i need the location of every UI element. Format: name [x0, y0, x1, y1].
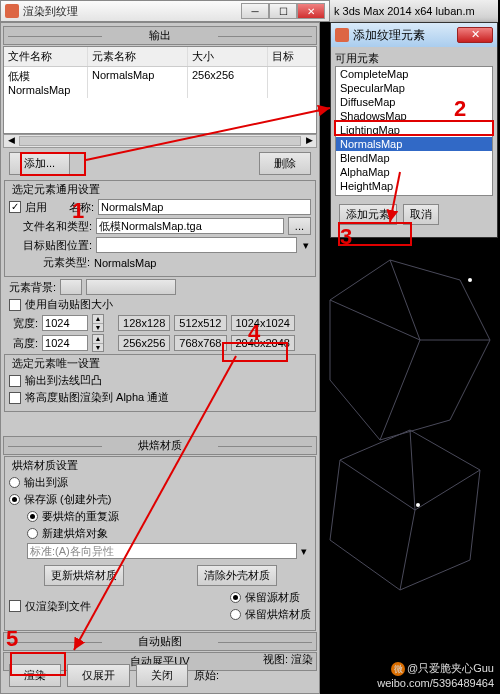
clear-button[interactable]: 清除外壳材质 [197, 565, 277, 586]
create-radio[interactable] [27, 528, 38, 539]
out-src-radio[interactable] [9, 477, 20, 488]
col-element[interactable]: 元素名称 [88, 47, 188, 66]
name-field[interactable] [98, 199, 311, 215]
slot-field[interactable] [96, 237, 297, 253]
dialog-icon [335, 28, 349, 42]
bake-group-label: 烘焙材质设置 [9, 458, 81, 473]
material-dropdown[interactable] [27, 543, 297, 559]
dialog-titlebar[interactable]: 添加纹理元素 ✕ [331, 23, 497, 47]
list-item[interactable]: SpecularMap [336, 81, 492, 95]
output-list[interactable]: 文件名称 元素名称 大小 目标 低模NormalsMap NormalsMap … [3, 46, 317, 134]
list-item[interactable]: ShadowsMap [336, 109, 492, 123]
view-label: 视图: [263, 653, 288, 665]
maximize-button[interactable]: ☐ [269, 3, 297, 19]
file-browse-button[interactable]: ... [288, 217, 311, 235]
normal-bump-checkbox[interactable] [9, 375, 21, 387]
scroll-left-icon[interactable]: ◀ [4, 135, 18, 147]
dropdown-icon[interactable]: ▾ [301, 545, 311, 558]
height-alpha-checkbox[interactable] [9, 392, 21, 404]
height-spinner[interactable]: ▲▼ [92, 334, 104, 352]
list-item[interactable]: HeightMap [336, 179, 492, 193]
section-output[interactable]: 输出 [3, 26, 317, 45]
size-128[interactable]: 128x128 [118, 315, 170, 331]
enable-checkbox[interactable] [9, 201, 21, 213]
bg-map-button[interactable] [86, 279, 176, 295]
add-button[interactable]: 添加... [9, 152, 70, 175]
app-icon [5, 4, 19, 18]
col-size[interactable]: 大小 [188, 47, 268, 66]
list-item[interactable]: AlphaMap [336, 165, 492, 179]
selected-common-group: 选定元素通用设置 启用 名称: 文件名和类型: ... 目标贴图位置: ▾ 元素… [4, 180, 316, 277]
list-item[interactable]: DiffuseMap [336, 95, 492, 109]
render-button[interactable]: 渲染 [9, 664, 61, 687]
close-button-footer[interactable]: 关闭 [136, 664, 188, 687]
width-spinner[interactable]: ▲▼ [92, 314, 104, 332]
etype-label: 元素类型: [43, 255, 90, 270]
window-title: 渲染到纹理 [23, 4, 241, 19]
section-bake[interactable]: 烘焙材质 [3, 436, 317, 455]
size-1024[interactable]: 1024x1024 [231, 315, 295, 331]
list-scrollbar[interactable]: ◀ ▶ [3, 134, 317, 148]
out-src-label: 输出到源 [24, 475, 68, 490]
group-label: 选定元素通用设置 [9, 182, 103, 197]
keep-bake-radio[interactable] [230, 609, 241, 620]
orig-label: 原始: [194, 668, 219, 683]
list-item[interactable]: NormalsMap [336, 137, 492, 151]
list-item[interactable]: LightingMap [336, 123, 492, 137]
scroll-right-icon[interactable]: ▶ [302, 135, 316, 147]
size-256[interactable]: 256x256 [118, 335, 170, 351]
header-title: k 3ds Max 2014 x64 luban.m [334, 5, 475, 17]
dialog-title: 添加纹理元素 [353, 27, 457, 44]
minimize-button[interactable]: ─ [241, 3, 269, 19]
size-512[interactable]: 512x512 [174, 315, 226, 331]
list-header: 文件名称 元素名称 大小 目标 [4, 47, 316, 67]
name-label: 名称: [69, 200, 94, 215]
create-label: 新建烘焙对象 [42, 526, 108, 541]
scroll-thumb[interactable] [19, 136, 301, 146]
col-target[interactable]: 目标 [268, 47, 316, 66]
width-field[interactable]: 1024 [42, 315, 88, 331]
add-texture-dialog: 添加纹理元素 ✕ 可用元素 CompleteMapSpecularMapDiff… [330, 22, 498, 238]
expand-button[interactable]: 仅展开 [67, 664, 130, 687]
enable-label: 启用 [25, 200, 47, 215]
bg-color-button[interactable] [60, 279, 82, 295]
view-row: 视图: 渲染 [263, 652, 313, 667]
watermark: 微@只爱脆夹心Guu weibo.com/5396489464 [377, 661, 494, 690]
file-label: 文件名和类型: [23, 219, 92, 234]
file-field[interactable] [96, 218, 284, 234]
close-button[interactable]: ✕ [297, 3, 325, 19]
section-automap[interactable]: 自动贴图 [3, 632, 317, 651]
unique-label: 选定元素唯一设置 [9, 356, 103, 371]
col-filename[interactable]: 文件名称 [4, 47, 88, 66]
dup-radio[interactable] [27, 511, 38, 522]
list-row[interactable]: 低模NormalsMap NormalsMap 256x256 [4, 67, 316, 98]
renderonly-label: 仅渲染到文件 [25, 599, 91, 614]
keep-src-radio[interactable] [230, 592, 241, 603]
size-2048[interactable]: 2048x2048 [231, 335, 295, 351]
dialog-close-button[interactable]: ✕ [457, 27, 493, 43]
normal-bump-label: 输出到法线凹凸 [25, 373, 102, 388]
list-item[interactable]: CompleteMap [336, 67, 492, 81]
save-src-radio[interactable] [9, 494, 20, 505]
dropdown-icon[interactable]: ▾ [301, 239, 311, 252]
delete-button[interactable]: 删除 [259, 152, 311, 175]
renderonly-checkbox[interactable] [9, 600, 21, 612]
add-element-button[interactable]: 添加元素 [339, 204, 397, 225]
height-label: 高度: [13, 336, 38, 351]
selected-unique-group: 选定元素唯一设置 输出到法线凹凸 将高度贴图渲染到 Alpha 通道 [4, 354, 316, 412]
height-field[interactable]: 1024 [42, 335, 88, 351]
list-item[interactable]: BlendMap [336, 151, 492, 165]
autosize-label: 使用自动贴图大小 [25, 297, 113, 312]
refresh-button[interactable]: 更新烘焙材质 [44, 565, 124, 586]
cancel-button[interactable]: 取消 [403, 204, 439, 225]
size-768[interactable]: 768x768 [174, 335, 226, 351]
view-value: 渲染 [291, 653, 313, 665]
dup-label: 要烘焙的重复源 [42, 509, 119, 524]
etype-value: NormalsMap [94, 257, 156, 269]
weibo-icon: 微 [391, 662, 405, 676]
elements-listbox[interactable]: CompleteMapSpecularMapDiffuseMapShadowsM… [335, 66, 493, 196]
app-header: k 3ds Max 2014 x64 luban.m [330, 0, 498, 22]
save-src-label: 保存源 (创建外壳) [24, 492, 111, 507]
autosize-checkbox[interactable] [9, 299, 21, 311]
window-titlebar: 渲染到纹理 ─ ☐ ✕ [0, 0, 330, 22]
